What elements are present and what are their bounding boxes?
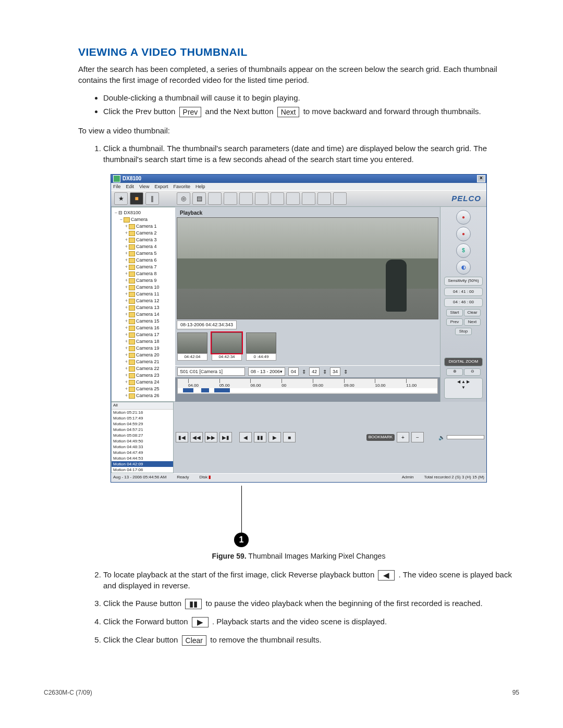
tree-camera-item[interactable]: +Camera 17 bbox=[114, 331, 175, 338]
right-btn-3[interactable]: $ bbox=[456, 243, 471, 258]
event-filter[interactable]: All bbox=[112, 402, 173, 410]
tb-tools-icon[interactable]: ‖ bbox=[145, 192, 159, 205]
menu-file[interactable]: File bbox=[113, 183, 121, 190]
steps-list: Click a thumbnail. The thumbnail's searc… bbox=[78, 143, 519, 165]
tree-camera-item[interactable]: +Camera 4 bbox=[114, 243, 175, 250]
right-btn-1[interactable]: ● bbox=[456, 210, 471, 225]
event-list[interactable]: All Motion 05:21:16Motion 05:17:49Motion… bbox=[111, 402, 174, 473]
prev-button[interactable]: Prev bbox=[446, 318, 463, 326]
tree-camera-item[interactable]: +Camera 26 bbox=[114, 392, 175, 399]
tb-person-icon[interactable]: ★ bbox=[114, 192, 128, 205]
right-btn-2[interactable]: ● bbox=[456, 227, 471, 241]
event-row[interactable]: Motion 05:21:16 bbox=[112, 410, 173, 415]
tree-root[interactable]: −⊟ DX8100 bbox=[114, 209, 175, 216]
event-row[interactable]: Motion 04:57:21 bbox=[112, 427, 173, 433]
tb-grid-3[interactable] bbox=[239, 192, 253, 205]
thumbnail[interactable]: 0 :44:49 bbox=[246, 332, 276, 361]
dpad[interactable]: ◀ ▲ ▶▼ bbox=[444, 378, 483, 399]
pause-icon[interactable]: ▮▮ bbox=[254, 432, 266, 442]
right-btn-4[interactable]: ◐ bbox=[456, 260, 471, 275]
tb-grid-7[interactable] bbox=[302, 192, 315, 205]
tree-camera-item[interactable]: +Camera 10 bbox=[114, 284, 175, 291]
stop-button[interactable]: Stop bbox=[455, 328, 472, 335]
tree-camera-item[interactable]: +Camera 23 bbox=[114, 372, 175, 379]
tb-grid-1[interactable] bbox=[208, 192, 222, 205]
clear-button[interactable]: Clear bbox=[464, 309, 481, 316]
event-row[interactable]: Motion 04:42:09 bbox=[112, 461, 173, 467]
tb-cd-icon[interactable]: ◎ bbox=[177, 192, 190, 205]
tb-grid-9[interactable] bbox=[333, 192, 347, 205]
reverse-play-icon[interactable]: ◀ bbox=[239, 432, 252, 442]
event-row[interactable]: Motion 04:44:53 bbox=[112, 455, 173, 461]
tb-camera-icon[interactable]: ■ bbox=[130, 192, 143, 205]
tree-camera-item[interactable]: +Camera 9 bbox=[114, 277, 175, 284]
volume-icon[interactable]: 🔈 bbox=[438, 434, 445, 441]
tree-camera-item[interactable]: +Camera 11 bbox=[114, 291, 175, 298]
forward-icon[interactable]: ▶▶ bbox=[205, 432, 217, 442]
event-row[interactable]: Motion 05:08:27 bbox=[112, 433, 173, 438]
tree-camera-item[interactable]: +Camera 12 bbox=[114, 298, 175, 304]
tree-camera-item[interactable]: +Camera 3 bbox=[114, 237, 175, 243]
skip-fwd-icon[interactable]: ▶▮ bbox=[219, 432, 232, 442]
tree-camera-item[interactable]: +Camera 25 bbox=[114, 386, 175, 392]
tree-camera-item[interactable]: +Camera 5 bbox=[114, 250, 175, 257]
start-button[interactable]: Start bbox=[446, 309, 463, 316]
playback-video[interactable] bbox=[177, 217, 438, 319]
close-icon[interactable]: × bbox=[477, 175, 485, 182]
end-time-box[interactable]: 04 : 46 : 00 bbox=[444, 298, 483, 307]
date-field[interactable]: 08 - 13 - 2006 ▾ bbox=[248, 367, 285, 376]
event-row[interactable]: Motion 04:49:50 bbox=[112, 438, 173, 444]
tree-camera-item[interactable]: +Camera 7 bbox=[114, 264, 175, 270]
tb-grid-2[interactable] bbox=[224, 192, 237, 205]
camera-tree[interactable]: −⊟ DX8100 −Camera +Camera 1+Camera 2+Cam… bbox=[111, 207, 175, 402]
event-row[interactable]: Motion 04:48:33 bbox=[112, 444, 173, 450]
event-row[interactable]: Motion 04:17:06 bbox=[112, 467, 173, 473]
event-row[interactable]: Motion 04:47:49 bbox=[112, 450, 173, 455]
menu-favorite[interactable]: Favorite bbox=[173, 183, 190, 190]
rewind-icon[interactable]: ◀◀ bbox=[190, 432, 203, 442]
camera-field[interactable]: S01 C01 [Camera 1] bbox=[177, 367, 245, 376]
bookmark-add-icon[interactable]: + bbox=[397, 432, 409, 442]
time-s[interactable]: 34 bbox=[330, 367, 340, 376]
menu-edit[interactable]: Edit bbox=[126, 183, 134, 190]
tb-grid-5[interactable] bbox=[271, 192, 284, 205]
time-m[interactable]: 42 bbox=[309, 367, 320, 376]
time-h[interactable]: 04 bbox=[288, 367, 299, 376]
tree-camera-item[interactable]: +Camera 1 bbox=[114, 223, 175, 230]
event-row[interactable]: Motion 05:17:49 bbox=[112, 415, 173, 421]
tree-camera-item[interactable]: +Camera 8 bbox=[114, 270, 175, 277]
tree-camera-item[interactable]: +Camera 6 bbox=[114, 257, 175, 264]
bookmark-del-icon[interactable]: − bbox=[411, 432, 424, 442]
tree-camera-item[interactable]: +Camera 13 bbox=[114, 304, 175, 311]
tree-camera-item[interactable]: +Camera 15 bbox=[114, 318, 175, 325]
start-time-box[interactable]: 04 : 41 : 00 bbox=[444, 288, 483, 297]
tb-grid-6[interactable] bbox=[286, 192, 300, 205]
tree-camera-item[interactable]: +Camera 14 bbox=[114, 311, 175, 318]
next-button[interactable]: Next bbox=[464, 318, 481, 326]
zoom-in-icon[interactable]: ⊕ bbox=[446, 368, 463, 376]
stop-icon[interactable]: ■ bbox=[283, 432, 296, 442]
zoom-out-icon[interactable]: ⊖ bbox=[464, 368, 481, 376]
menu-view[interactable]: View bbox=[139, 183, 149, 190]
tree-camera-item[interactable]: +Camera 20 bbox=[114, 352, 175, 359]
tb-grid-8[interactable] bbox=[317, 192, 331, 205]
tb-grid-4[interactable] bbox=[255, 192, 268, 205]
thumbnail[interactable]: 04:42:34 bbox=[212, 332, 242, 361]
tree-camera-item[interactable]: +Camera 2 bbox=[114, 230, 175, 237]
tree-group[interactable]: −Camera bbox=[114, 216, 175, 223]
menu-help[interactable]: Help bbox=[195, 183, 205, 190]
tree-camera-item[interactable]: +Camera 24 bbox=[114, 379, 175, 386]
thumbnail[interactable]: 04:42:04 bbox=[177, 332, 207, 361]
skip-back-icon[interactable]: ▮◀ bbox=[176, 432, 188, 442]
tree-camera-item[interactable]: +Camera 21 bbox=[114, 359, 175, 365]
tree-camera-item[interactable]: +Camera 22 bbox=[114, 365, 175, 372]
tree-camera-item[interactable]: +Camera 18 bbox=[114, 338, 175, 345]
tree-camera-item[interactable]: +Camera 19 bbox=[114, 345, 175, 352]
tree-camera-item[interactable]: +Camera 16 bbox=[114, 325, 175, 331]
play-icon[interactable]: ▶ bbox=[268, 432, 281, 442]
tb-printer-icon[interactable]: ▤ bbox=[192, 192, 206, 205]
volume-slider[interactable] bbox=[447, 435, 484, 439]
event-row[interactable]: Motion 04:59:29 bbox=[112, 421, 173, 427]
menu-export[interactable]: Export bbox=[154, 183, 168, 190]
timeline-ruler[interactable]: 04.0005.0006.000009.0009.0010.0011.00 bbox=[177, 378, 438, 394]
